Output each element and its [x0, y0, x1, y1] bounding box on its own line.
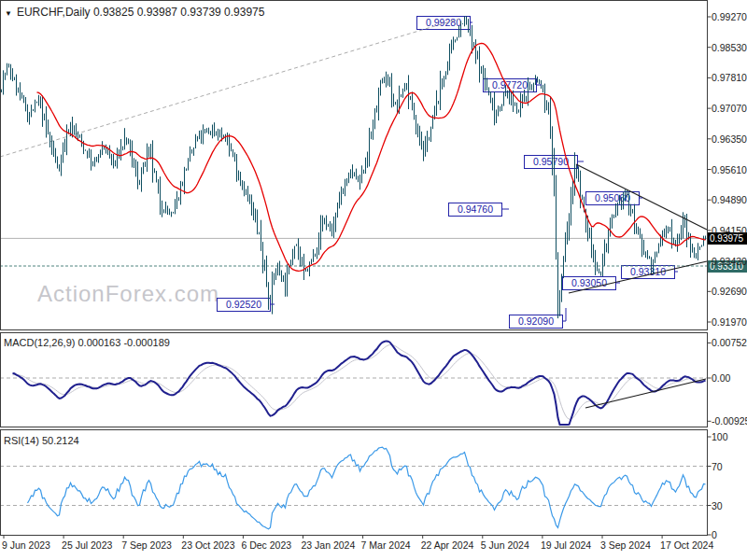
rsi-axis-label: 70 [712, 461, 723, 472]
macd-axis-label: -0.009252 [712, 415, 747, 427]
price-axis-label: 0.94890 [712, 194, 747, 205]
price-axis-label: 0.99270 [712, 11, 747, 22]
price-axis-label: 0.96350 [712, 133, 747, 145]
date-axis-label: 5 Jun 2024 [481, 539, 529, 551]
macd-axis-label: 0.007526 [712, 337, 747, 348]
chart-canvas[interactable] [0, 0, 747, 560]
date-axis-label: 17 Oct 2024 [660, 539, 713, 551]
chevron-down-icon[interactable]: ▼ [5, 9, 12, 18]
macd-axis-label: 0.00 [712, 372, 730, 384]
price-axis-label: 0.97810 [712, 72, 747, 83]
symbol-ohlc-text: EURCHF,Daily 0.93825 0.93987 0.93739 0.9… [17, 6, 265, 19]
symbol-header: ▼EURCHF,Daily 0.93825 0.93987 0.93739 0.… [5, 6, 264, 19]
date-axis-label: 19 Jul 2024 [541, 539, 591, 551]
rsi-axis-label: 100 [712, 431, 728, 442]
date-axis-label: 3 Sep 2024 [600, 539, 651, 551]
date-axis-label: 7 Mar 2024 [361, 539, 411, 551]
price-axis-label: 0.95610 [712, 164, 747, 175]
date-axis-label: 23 Jan 2024 [302, 539, 356, 551]
rsi-indicator-label: RSI(14) 50.2124 [4, 435, 79, 446]
trading-chart-window: ActionForex.com 0.992800.977200.957900.9… [0, 0, 747, 560]
date-axis-label: 22 Apr 2024 [421, 539, 474, 551]
price-axis-label: 0.91970 [712, 316, 747, 328]
price-axis-label: 0.92690 [712, 286, 747, 297]
price-axis-label: 0.97070 [712, 103, 747, 114]
date-axis-label: 7 Sep 2023 [121, 539, 172, 551]
date-axis-label: 9 Jun 2023 [2, 539, 50, 551]
rsi-axis-label: 30 [712, 500, 723, 511]
date-axis-label: 23 Oct 2023 [181, 539, 234, 551]
price-axis-label: 0.93430 [712, 256, 747, 267]
macd-indicator-label: MACD(12,26,9) 0.000163 -0.000189 [4, 337, 170, 348]
price-axis-label: 0.98530 [712, 42, 747, 53]
price-axis-label: 0.94150 [712, 225, 747, 236]
date-axis-label: 25 Jul 2023 [62, 539, 112, 551]
date-axis-label: 6 Dec 2023 [241, 539, 291, 551]
